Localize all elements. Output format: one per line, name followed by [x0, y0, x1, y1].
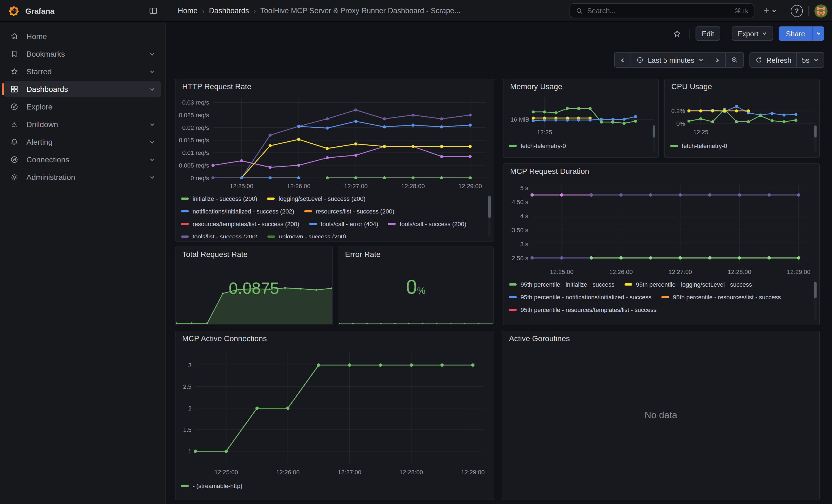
- legend-item[interactable]: resources/templates/list - success (200): [181, 220, 300, 228]
- legend-item[interactable]: notifications/initialized - success (202…: [181, 207, 294, 215]
- legend-label: 95th percentile - logging/setLevel - suc…: [636, 281, 752, 288]
- sidebar-item-label: Bookmarks: [26, 50, 149, 58]
- avatar[interactable]: [814, 4, 828, 17]
- sidebar-toggle-icon[interactable]: [146, 4, 160, 18]
- svg-text:0 req/s: 0 req/s: [191, 175, 209, 182]
- chevron-down-icon[interactable]: [149, 121, 155, 127]
- mcp-request-duration-chart[interactable]: 12:25:0012:26:0012:27:0012:28:0012:29:00…: [507, 179, 816, 277]
- sidebar-item-alerting[interactable]: Alerting: [4, 134, 161, 150]
- legend-item[interactable]: - (streamable-http): [181, 482, 242, 490]
- legend-scrollbar[interactable]: [814, 281, 816, 320]
- legend-item[interactable]: resources/list - success (200): [304, 207, 394, 215]
- memory-usage-chart[interactable]: 12:2516 MiB: [506, 92, 656, 137]
- panel-memory-usage: Memory Usage 12:2516 MiB fetch-telemetry…: [503, 79, 659, 158]
- sidebar-item-dashboards[interactable]: Dashboards: [4, 81, 161, 97]
- legend-scrollbar[interactable]: [488, 195, 491, 237]
- breadcrumb-current[interactable]: ToolHive MCP Server & Proxy Runner Dashb…: [260, 7, 460, 15]
- compass-icon: [10, 102, 19, 111]
- sidebar-header: Grafana: [0, 4, 166, 18]
- panel-title[interactable]: Active Goroutines: [502, 331, 820, 346]
- panel-title[interactable]: Error Rate: [338, 247, 493, 261]
- chevron-down-icon[interactable]: [149, 51, 155, 57]
- legend-item[interactable]: initialize - success (200): [181, 195, 257, 203]
- svg-text:0.025 req/s: 0.025 req/s: [179, 112, 209, 118]
- stat-value: 0.0875: [176, 279, 332, 298]
- chevron-down-icon[interactable]: [149, 86, 155, 92]
- legend-item[interactable]: 95th percentile - resources/templates/li…: [509, 306, 656, 314]
- http-request-rate-chart[interactable]: 12:25:0012:26:0012:27:0012:28:0012:29:00…: [179, 95, 490, 191]
- sidebar-item-explore[interactable]: Explore: [4, 99, 161, 115]
- legend-item[interactable]: fetch-telemetry-0: [670, 142, 727, 150]
- add-new-button[interactable]: [760, 4, 779, 17]
- drilldown-icon: [10, 120, 19, 129]
- mcp-active-connections-chart[interactable]: 12:25:0012:26:0012:27:0012:28:0012:29:00…: [179, 347, 490, 478]
- svg-text:12:26:00: 12:26:00: [609, 268, 633, 275]
- legend-chip: [181, 223, 189, 225]
- svg-text:12:27:00: 12:27:00: [668, 268, 692, 275]
- svg-text:3: 3: [188, 362, 191, 369]
- panel-active-goroutines: Active Goroutines No data: [502, 331, 820, 500]
- breadcrumb-dashboards[interactable]: Dashboards: [209, 7, 249, 15]
- legend-item[interactable]: 95th percentile - resources/list - succe…: [661, 293, 781, 301]
- sidebar-item-administration[interactable]: Administration: [4, 169, 161, 185]
- legend-label: 95th percentile - resources/templates/li…: [521, 307, 656, 313]
- svg-text:4 s: 4 s: [520, 213, 528, 219]
- plus-icon: [762, 7, 770, 15]
- legend-item[interactable]: tools/list - success (200): [181, 233, 258, 238]
- panel-title[interactable]: MCP Active Connections: [176, 331, 494, 346]
- sidebar-item-starred[interactable]: Starred: [4, 63, 161, 80]
- legend-scrollbar[interactable]: [814, 124, 816, 153]
- svg-text:12:26:00: 12:26:00: [276, 469, 300, 476]
- error-rate-sparkline[interactable]: [339, 316, 493, 324]
- svg-text:0.01 req/s: 0.01 req/s: [182, 150, 209, 156]
- svg-text:12:27:00: 12:27:00: [344, 183, 368, 190]
- sidebar-item-label: Explore: [26, 102, 155, 111]
- legend-label: fetch-telemetry-0: [682, 142, 727, 149]
- top-bar: Grafana Home › Dashboards › ToolHive MCP…: [0, 0, 832, 22]
- chevron-down-icon[interactable]: [149, 139, 155, 145]
- sidebar-item-label: Drilldown: [26, 120, 149, 129]
- help-icon[interactable]: ?: [791, 5, 803, 17]
- search-box[interactable]: ⌘+k: [570, 3, 754, 18]
- grafana-logo[interactable]: [8, 5, 20, 17]
- panel-title[interactable]: Memory Usage: [503, 79, 658, 94]
- svg-text:12:25:00: 12:25:00: [230, 183, 253, 190]
- legend-item[interactable]: 95th percentile - logging/setLevel - suc…: [624, 281, 752, 288]
- search-input[interactable]: [587, 7, 731, 15]
- chevron-down-icon[interactable]: [149, 69, 155, 75]
- cpu-legend: fetch-telemetry-0: [670, 141, 809, 153]
- legend-item[interactable]: 95th percentile - initialize - success: [509, 281, 614, 288]
- divider: [808, 6, 809, 16]
- legend-label: unknown - success (200): [279, 233, 346, 238]
- cpu-usage-chart[interactable]: 12:250.2%0%: [667, 92, 817, 137]
- panel-title[interactable]: CPU Usage: [665, 79, 820, 94]
- dashboard-grid: HTTP Request Rate 12:25:0012:26:0012:27:…: [166, 0, 832, 504]
- legend-item[interactable]: tools/call - success (200): [388, 220, 466, 228]
- brand-label: Grafana: [25, 6, 146, 15]
- chevron-down-icon[interactable]: [149, 174, 155, 180]
- panel-title[interactable]: Total Request Rate: [176, 247, 332, 261]
- chevron-down-icon[interactable]: [149, 157, 155, 163]
- legend-item[interactable]: fetch-telemetry-0: [509, 142, 566, 150]
- search-shortcut: ⌘+k: [735, 7, 748, 15]
- sidebar-item-label: Starred: [26, 67, 149, 76]
- panel-title[interactable]: MCP Request Duration: [503, 164, 820, 178]
- sidebar-item-label: Administration: [26, 173, 149, 182]
- panel-title[interactable]: HTTP Request Rate: [176, 79, 494, 94]
- svg-text:0.03 req/s: 0.03 req/s: [182, 99, 209, 106]
- legend-item[interactable]: tools/call - error (404): [309, 220, 378, 228]
- sidebar-item-drilldown[interactable]: Drilldown: [4, 116, 161, 133]
- svg-text:12:25:00: 12:25:00: [550, 268, 574, 275]
- legend-item[interactable]: unknown - success (200): [267, 233, 346, 238]
- sidebar-item-home[interactable]: Home: [4, 28, 161, 45]
- legend-chip: [509, 296, 517, 298]
- sidebar-item-bookmarks[interactable]: Bookmarks: [4, 46, 161, 62]
- svg-text:12:29:00: 12:29:00: [787, 268, 810, 275]
- sidebar-item-connections[interactable]: Connections: [4, 151, 161, 168]
- legend-scrollbar[interactable]: [653, 124, 655, 153]
- panel-total-request-rate: Total Request Rate 0.0875: [175, 246, 333, 325]
- svg-text:12:27:00: 12:27:00: [338, 469, 362, 476]
- legend-item[interactable]: 95th percentile - notifications/initiali…: [509, 293, 651, 301]
- legend-item[interactable]: logging/setLevel - success (200): [267, 195, 366, 203]
- breadcrumb-home[interactable]: Home: [178, 7, 198, 15]
